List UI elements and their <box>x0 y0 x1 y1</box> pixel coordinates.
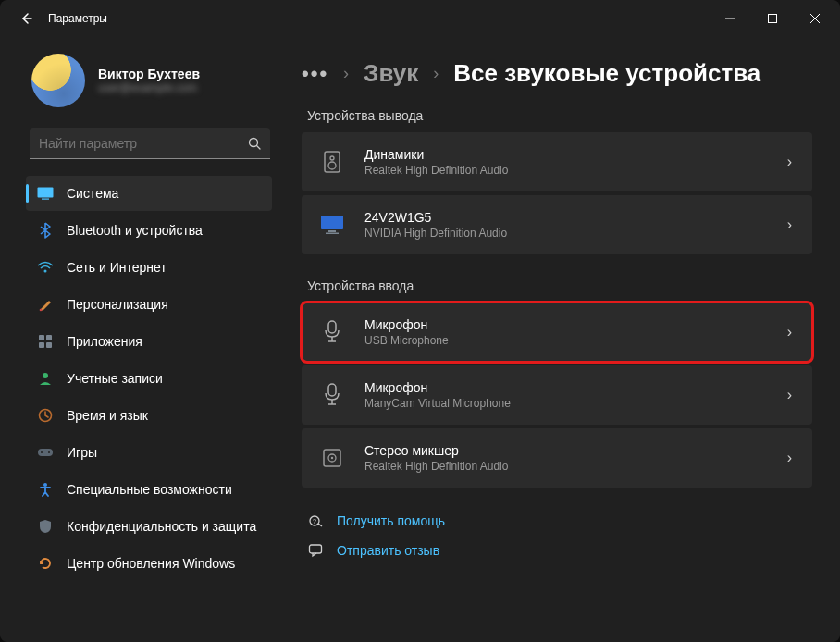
sidebar-item-label: Система <box>67 186 118 201</box>
mixer-icon <box>318 444 346 472</box>
svg-point-4 <box>44 270 47 273</box>
device-subtitle: USB Microphone <box>364 334 769 347</box>
device-title: Динамики <box>364 147 769 162</box>
svg-point-26 <box>331 457 333 459</box>
device-subtitle: NVIDIA High Definition Audio <box>364 227 769 240</box>
sidebar-item-system[interactable]: Система <box>26 176 272 211</box>
svg-rect-12 <box>38 449 53 456</box>
svg-rect-29 <box>310 545 322 553</box>
section-output-title: Устройства вывода <box>307 108 812 123</box>
search-input[interactable] <box>39 136 248 151</box>
svg-rect-0 <box>769 15 777 23</box>
svg-text:?: ? <box>313 518 316 525</box>
sidebar-item-label: Время и язык <box>67 408 148 423</box>
device-title: 24V2W1G5 <box>364 210 769 225</box>
close-icon <box>810 14 820 23</box>
section-input-title: Устройства ввода <box>307 278 812 293</box>
sidebar: Виктор Бухтеев user@example.com Система … <box>0 37 287 642</box>
sidebar-item-accounts[interactable]: Учетные записи <box>26 361 272 396</box>
bluetooth-icon <box>37 222 54 239</box>
device-row-microphone-manycam[interactable]: Микрофон ManyCam Virtual Microphone › <box>302 365 812 425</box>
nav-list: Система Bluetooth и устройства Сеть и Ин… <box>26 176 281 581</box>
search-box[interactable] <box>30 128 270 159</box>
sidebar-item-apps[interactable]: Приложения <box>26 324 272 359</box>
apps-icon <box>37 333 54 350</box>
help-label: Получить помощь <box>337 513 445 528</box>
avatar <box>31 54 85 107</box>
sidebar-item-label: Приложения <box>67 334 142 349</box>
breadcrumb-parent[interactable]: Звук <box>364 59 418 88</box>
chevron-right-icon: › <box>433 64 439 83</box>
user-block[interactable]: Виктор Бухтеев user@example.com <box>26 54 281 107</box>
device-subtitle: ManyCam Virtual Microphone <box>364 397 769 410</box>
feedback-label: Отправить отзыв <box>337 543 439 558</box>
svg-point-10 <box>43 373 48 378</box>
svg-rect-8 <box>39 342 44 348</box>
sidebar-item-gaming[interactable]: Игры <box>26 435 272 470</box>
help-link[interactable]: ? Получить помощь <box>307 513 812 528</box>
svg-rect-23 <box>328 384 336 396</box>
sidebar-item-label: Специальные возможности <box>67 482 232 497</box>
device-title: Стерео микшер <box>364 443 769 458</box>
accessibility-icon <box>37 481 54 498</box>
breadcrumb-overflow[interactable]: ••• <box>302 62 328 86</box>
sidebar-item-bluetooth[interactable]: Bluetooth и устройства <box>26 213 272 248</box>
svg-point-15 <box>43 483 47 487</box>
svg-rect-9 <box>46 342 52 348</box>
sidebar-item-label: Центр обновления Windows <box>67 556 235 571</box>
gaming-icon <box>37 444 54 461</box>
privacy-icon <box>37 518 54 535</box>
device-subtitle: Realtek High Definition Audio <box>364 460 769 473</box>
speaker-icon <box>318 148 346 176</box>
accounts-icon <box>37 370 54 387</box>
chevron-right-icon: › <box>787 154 792 170</box>
close-button[interactable] <box>794 0 836 37</box>
chevron-right-icon: › <box>787 216 792 233</box>
svg-rect-22 <box>328 321 336 333</box>
sidebar-item-privacy[interactable]: Конфиденциальность и защита <box>26 509 272 544</box>
minimize-icon <box>725 14 735 23</box>
minimize-button[interactable] <box>709 0 751 37</box>
sidebar-item-network[interactable]: Сеть и Интернет <box>26 250 272 285</box>
user-name: Виктор Бухтеев <box>98 67 200 81</box>
feedback-link[interactable]: Отправить отзыв <box>307 543 812 558</box>
maximize-button[interactable] <box>751 0 794 37</box>
device-row-monitor[interactable]: 24V2W1G5 NVIDIA High Definition Audio › <box>302 195 812 254</box>
device-subtitle: Realtek High Definition Audio <box>364 164 769 177</box>
svg-point-13 <box>41 451 43 453</box>
svg-rect-2 <box>38 188 54 198</box>
system-icon <box>37 185 54 202</box>
monitor-icon <box>318 211 346 239</box>
back-button[interactable] <box>7 0 44 37</box>
sidebar-item-update[interactable]: Центр обновления Windows <box>26 546 272 581</box>
window-title: Параметры <box>48 12 107 25</box>
sidebar-item-accessibility[interactable]: Специальные возможности <box>26 472 272 507</box>
svg-rect-20 <box>328 230 336 232</box>
page-title: Все звуковые устройства <box>453 59 760 88</box>
breadcrumb: ••• › Звук › Все звуковые устройства <box>302 59 812 88</box>
wifi-icon <box>37 259 54 276</box>
settings-window: Параметры Виктор Бухтеев user@example.co… <box>0 0 840 642</box>
device-row-stereo-mixer[interactable]: Стерео микшер Realtek High Definition Au… <box>302 428 812 488</box>
svg-rect-3 <box>42 199 49 200</box>
svg-rect-6 <box>39 335 44 340</box>
device-title: Микрофон <box>364 380 769 395</box>
sidebar-item-label: Игры <box>67 445 97 460</box>
maximize-icon <box>768 14 777 23</box>
sidebar-item-personalization[interactable]: Персонализация <box>26 287 272 322</box>
svg-point-14 <box>48 451 50 453</box>
help-icon: ? <box>307 513 324 528</box>
chevron-right-icon: › <box>343 64 349 83</box>
svg-rect-19 <box>321 216 343 229</box>
sidebar-item-label: Конфиденциальность и защита <box>67 519 256 534</box>
device-row-microphone-usb[interactable]: Микрофон USB Microphone › <box>302 302 812 362</box>
svg-point-18 <box>328 162 336 169</box>
search-icon <box>248 137 261 150</box>
sidebar-item-time-language[interactable]: Время и язык <box>26 398 272 433</box>
svg-rect-7 <box>46 335 52 340</box>
device-row-speakers[interactable]: Динамики Realtek High Definition Audio › <box>302 132 812 191</box>
personalization-icon <box>37 296 54 313</box>
svg-rect-21 <box>326 233 339 235</box>
microphone-icon <box>318 381 346 409</box>
feedback-icon <box>307 543 324 558</box>
